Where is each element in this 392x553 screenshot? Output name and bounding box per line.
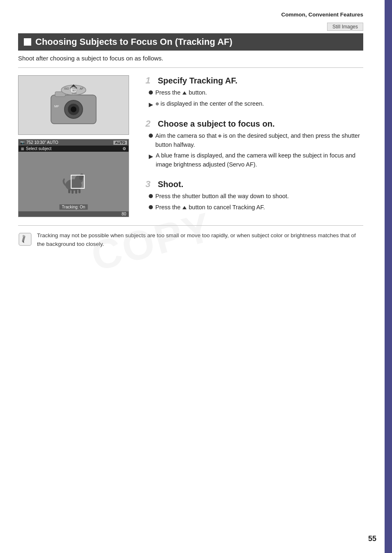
crosshair-icon: ⊕: [156, 100, 159, 108]
step-3-bullet-1-text: Press the shutter button all the way dow…: [155, 192, 289, 201]
step-2-bullet-2-text: A blue frame is displayed, and the camer…: [156, 151, 363, 169]
camera-image-box: ISO FUNC SET AF DISP. MF: [18, 75, 129, 135]
step-3-bullet-1: Press the shutter button all the way dow…: [149, 192, 363, 201]
svg-text:DISP.: DISP.: [72, 92, 77, 95]
step-3-block: 3 Shoot. Press the shutter button all th…: [145, 179, 363, 214]
step-1-bullet-2: ▶ ⊕ is displayed in the center of the sc…: [149, 99, 363, 109]
chapter-title-text: Choosing Subjects to Focus On (Tracking …: [35, 37, 233, 47]
crosshair-icon-2: ⊕: [218, 132, 221, 140]
gear-icon: ⚙: [122, 146, 126, 151]
arrow-right-icon-2: ▶: [149, 152, 153, 161]
bullet-circle-icon-2: [149, 134, 153, 138]
svg-text:ISO: ISO: [64, 87, 69, 90]
step-2-block: 2 Choose a subject to focus on. Aim the …: [145, 118, 363, 171]
step-2-bullet-1: Aim the camera so that ⊕ is on the desir…: [149, 132, 363, 150]
step-3-bullet-2-text: Press the button to cancel Tracking AF.: [155, 203, 265, 212]
bullet-circle-icon: [149, 90, 153, 95]
screen-top-bar: 📷 752 10:30" AUTO AUTO: [18, 139, 129, 146]
note-pencil-icon: [18, 232, 32, 246]
step-2-content: Aim the camera so that ⊕ is on the desir…: [145, 132, 363, 169]
step-3-title: Shoot.: [158, 180, 183, 189]
auto-badge: AUTO: [113, 141, 127, 145]
select-icon: ⊞: [21, 147, 24, 151]
arrow-right-icon: ▶: [149, 100, 153, 109]
chapter-header: Common, Convenient Features: [18, 12, 363, 18]
svg-rect-18: [71, 190, 74, 194]
tracking-frame: [71, 175, 85, 189]
svg-rect-17: [68, 189, 70, 193]
svg-text:AF: AF: [80, 87, 83, 90]
note-box: Tracking may not be possible when subjec…: [18, 225, 363, 249]
screen-info-text: 752 10:30" AUTO: [26, 140, 58, 145]
camera-dial-svg: ISO FUNC SET AF DISP. MF: [47, 83, 100, 128]
left-col: ISO FUNC SET AF DISP. MF 📷: [18, 75, 137, 221]
screen-image-area: Tracking: On: [18, 152, 129, 211]
svg-point-3: [71, 106, 76, 112]
divider: [18, 67, 363, 68]
svg-rect-20: [78, 189, 81, 193]
step-1-block: 1 Specify Tracking AF. Press the button.…: [145, 75, 363, 111]
screen-info-icon: 📷: [20, 141, 25, 145]
select-subject-label: Select subject: [26, 146, 51, 151]
step-2-header: 2 Choose a subject to focus on.: [145, 118, 363, 129]
svg-text:MF: MF: [54, 104, 59, 108]
step-3-bullet-2: Press the button to cancel Tracking AF.: [149, 203, 363, 212]
screen-preview-box: 📷 752 10:30" AUTO AUTO ⊞ Select subject …: [18, 139, 129, 217]
bullet-circle-icon-4: [149, 205, 153, 209]
step-1-num: 1: [145, 75, 154, 86]
up-arrow-icon: [182, 91, 187, 95]
chapter-title: Common, Convenient Features: [281, 12, 363, 18]
step-3-header: 3 Shoot.: [145, 179, 363, 190]
right-col: 1 Specify Tracking AF. Press the button.…: [145, 75, 363, 221]
up-arrow-icon-2: [182, 206, 187, 209]
step-1-bullet-2-text: ⊕ is displayed in the center of the scre…: [156, 99, 264, 109]
still-images-badge: Still Images: [327, 23, 363, 31]
step-1-content: Press the button. ▶ ⊕ is displayed in th…: [145, 88, 363, 109]
select-subject-bar: ⊞ Select subject ⚙: [18, 146, 129, 152]
step-1-title: Specify Tracking AF.: [158, 76, 238, 86]
tracking-on-label: Tracking: On: [60, 204, 88, 210]
page-number: 55: [368, 534, 376, 543]
step-1-bullet-1-text: Press the button.: [155, 88, 207, 97]
main-grid: ISO FUNC SET AF DISP. MF 📷: [18, 75, 363, 221]
svg-text:FUNC: FUNC: [72, 87, 77, 89]
screen-bottom-bar: 80: [18, 211, 129, 217]
step-2-num: 2: [145, 118, 154, 129]
chapter-title-box: Choosing Subjects to Focus On (Tracking …: [18, 33, 363, 51]
step-2-title: Choose a subject to focus on.: [158, 119, 274, 129]
subtitle: Shoot after choosing a subject to focus …: [18, 55, 363, 62]
svg-rect-21: [19, 233, 31, 245]
svg-rect-19: [75, 190, 77, 194]
step-1-bullet-1: Press the button.: [149, 88, 363, 97]
chapter-title-icon: [24, 38, 31, 46]
svg-text:SET: SET: [72, 90, 76, 92]
step-2-bullet-1-text: Aim the camera so that ⊕ is on the desir…: [155, 132, 363, 150]
step-1-header: 1 Specify Tracking AF.: [145, 75, 363, 86]
note-text: Tracking may not be possible when subjec…: [37, 231, 363, 249]
step-2-bullet-2: ▶ A blue frame is displayed, and the cam…: [149, 151, 363, 169]
bullet-circle-icon-3: [149, 194, 153, 198]
sidebar-accent: [385, 0, 392, 553]
screen-shot-count: 80: [122, 212, 126, 216]
step-3-content: Press the shutter button all the way dow…: [145, 192, 363, 212]
step-3-num: 3: [145, 179, 154, 190]
